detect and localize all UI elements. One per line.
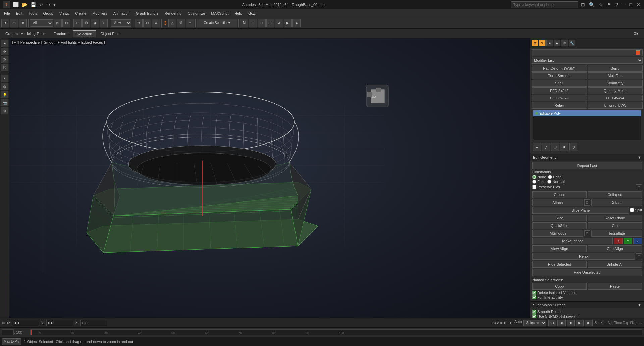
object-color-swatch[interactable] [636,50,640,55]
schematic-view[interactable]: ⊡ [258,19,266,27]
full-interactivity-check[interactable] [532,295,536,299]
pathdeform-wsm-btn[interactable]: PathDeform (WSM) [532,65,587,72]
create-btn[interactable]: + [1,75,8,82]
menu-create[interactable]: Create [72,11,89,16]
none-radio[interactable] [532,175,536,179]
menu-customize[interactable]: Customize [185,11,208,16]
element-mode-btn[interactable]: ⬡ [569,143,577,151]
box-select[interactable]: □ [73,19,82,27]
menu-file[interactable]: File [1,11,13,16]
align-tool[interactable]: ⊟ [143,19,151,27]
y-btn[interactable]: Y [624,238,632,244]
attach-btn[interactable]: Attach [532,199,583,206]
motion-panel-btn[interactable]: ▶ [554,40,560,46]
slice-plane-btn[interactable]: Slice Plane [532,207,629,214]
render-setup[interactable]: ⚙ [275,19,283,27]
ribbon-tab-freeform[interactable]: Freeform [49,30,72,37]
play-next-btn[interactable]: ▶ [576,320,584,326]
edge-radio-label[interactable]: Edge [548,175,562,179]
slice-btn[interactable]: Slice [532,215,587,221]
modify-panel-btn[interactable]: ✎ [539,40,546,46]
paste-named-btn[interactable]: Paste [588,283,642,290]
minimize-icon[interactable]: ─ [621,2,627,7]
preserve-uvs-check[interactable] [532,185,536,189]
edge-radio[interactable] [548,175,552,179]
viewport-dropdown[interactable]: View Screen World [111,19,131,27]
shell-btn[interactable]: Shell [532,80,587,86]
new-icon[interactable]: ⬜ [12,2,20,7]
delete-isolated-label[interactable]: Delete Isolated Vertices [532,291,642,295]
msmooth-btn[interactable]: MSmooth [532,230,583,237]
relax-settings[interactable]: □ [636,253,642,260]
view-align-btn[interactable]: View Align [532,245,587,252]
subdivision-header[interactable]: Subdivision Surface ▼ [530,302,644,308]
make-planar-btn[interactable]: Make Planar [532,238,613,244]
lights-btn[interactable]: 💡 [1,91,8,98]
move-tool[interactable]: ✛ [10,19,18,27]
track-view[interactable]: ⊞ [249,19,257,27]
preserve-uvs-settings[interactable]: □ [636,184,642,190]
display-panel-btn[interactable]: 👁 [561,40,568,46]
active-shade[interactable]: ◈ [292,19,301,27]
percent-snap[interactable]: % [177,19,185,27]
collapse-btn[interactable]: Collapse [588,191,642,198]
bend-btn[interactable]: Bend [588,65,643,72]
filter-btn[interactable]: ⊡ [62,19,70,27]
ribbon-tab-extra[interactable]: ⊡▾ [630,30,643,37]
hide-unselected-btn[interactable]: Hide Unselected [532,269,642,276]
stack-item-editable-poly[interactable]: Editable Poly [533,110,641,116]
full-interactivity-label[interactable]: Full Interactivity [532,295,642,299]
symmetry-btn[interactable]: Symmetry [588,80,643,86]
lasso-select[interactable]: ⬡ [82,19,90,27]
render-btn[interactable]: ▶ [284,19,292,27]
viewport-layout-btn[interactable]: Max to Phi [2,338,21,345]
delete-isolated-check[interactable] [532,291,536,295]
quadify-btn[interactable]: Quadify Mesh [588,87,643,94]
helpers-btn[interactable]: ⊕ [1,107,8,114]
shapes-btn[interactable]: ◎ [1,83,8,90]
flag-icon[interactable]: ⚑ [606,2,612,7]
relax-btn[interactable]: Relax [532,253,635,260]
viewport[interactable]: 3D [ + ][ Perspective ][ Smooth + Highli… [9,38,530,328]
z-coord-input[interactable] [80,320,107,326]
undo-icon[interactable]: ↩ [38,2,44,7]
msmooth-settings[interactable]: □ [584,230,590,236]
open-icon[interactable]: 📂 [21,2,29,7]
menu-help[interactable]: Help [232,11,245,16]
smooth-result-label[interactable]: Smooth Result [532,310,642,314]
split-check[interactable] [630,208,634,212]
hierarchy-panel-btn[interactable]: ⚭ [546,40,553,46]
select-object-btn[interactable]: ✦ [1,40,8,47]
multires-btn[interactable]: MultiRes [588,72,643,79]
quickslice-btn[interactable]: QuickSlice [532,222,587,229]
border-mode-btn[interactable]: ⊡ [551,143,559,151]
cut-btn[interactable]: Cut [588,222,642,229]
preserve-uvs-label[interactable]: Preserve UVs [532,185,560,189]
reset-plane-btn[interactable]: Reset Plane [588,215,642,221]
modifier-list-dropdown[interactable]: Modifier List [532,57,643,64]
relax-mod-btn[interactable]: Relax [532,102,587,109]
redo-icon[interactable]: ↪ [45,2,51,7]
menu-animation[interactable]: Animation [111,11,132,16]
mirror-tool[interactable]: ⇔ [135,19,143,27]
object-name-input[interactable]: base Shell FFD [534,51,634,55]
menu-views[interactable]: Views [57,11,72,16]
curves-btn[interactable]: M [240,19,248,27]
search-input[interactable] [511,1,578,8]
modifier-stack[interactable]: Editable Poly [533,110,641,140]
spinner-snap[interactable]: ✦ [186,19,194,27]
angle-snap[interactable]: △ [168,19,176,27]
menu-graph-editors[interactable]: Graph Editors [133,11,161,16]
quick-access-icons[interactable]: ⬜ 📂 💾 ↩ ↪ ▾ [12,2,57,7]
material-editor[interactable]: ⬡ [266,19,274,27]
magnify-icon[interactable]: 🔍 [588,2,596,7]
detach-btn[interactable]: Detach [591,199,642,206]
ffd3x3x3-btn[interactable]: FFD 3x3x3 [532,95,587,101]
search-results-icon[interactable]: ⊞ [580,2,586,7]
ribbon-tab-graphite[interactable]: Graphite Modeling Tools [1,30,49,37]
named-sel-btn[interactable]: Create Selection▾ [197,19,237,27]
stop-btn[interactable]: ■ [567,320,575,326]
x-coord-input[interactable] [12,320,39,326]
split-label[interactable]: Split [630,208,642,212]
ffd2x2x2-btn[interactable]: FFD 2x2x2 [532,87,587,94]
